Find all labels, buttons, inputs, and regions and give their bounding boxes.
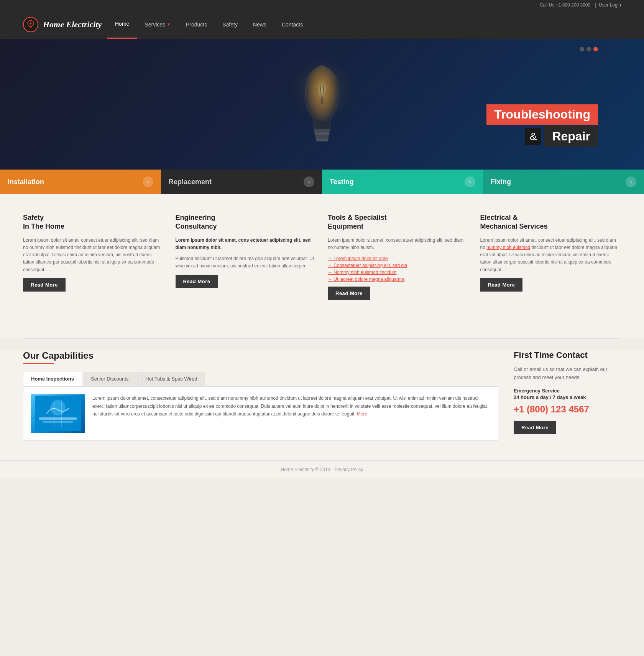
footer: Home Electricity © 2013 Privacy Policy: [0, 460, 644, 478]
svg-rect-1: [30, 26, 32, 27]
feature-link-1[interactable]: Lorem ipsum dolor sit ame: [328, 256, 469, 261]
service-tab-testing[interactable]: Testing ›: [322, 170, 483, 194]
capabilities-image: [31, 394, 85, 433]
nav-item-contacts[interactable]: Contacts: [274, 10, 310, 39]
hero-amp: &: [525, 128, 542, 145]
feature-tools-text: Lorem ipsum dolor sit amet, consect etue…: [328, 237, 469, 251]
capabilities-text: Lorem ipsum dolor sit amet, consectetuer…: [92, 394, 490, 433]
svg-rect-8: [314, 129, 330, 132]
feature-safety: SafetyIn The Home Lorem ipsum dolor sit …: [23, 209, 164, 304]
hero-section: Troubleshooting & Repair: [0, 39, 644, 170]
privacy-policy-link[interactable]: Privacy Policy: [335, 467, 363, 472]
svg-rect-10: [315, 135, 329, 139]
service-tab-installation[interactable]: Installation ›: [0, 170, 161, 194]
feature-link-4[interactable]: Ut laoreet dolore magna aliquamra: [328, 277, 469, 282]
feature-engineering-bold: Lorem ipsum dolor sit amet, cons ectetue…: [176, 237, 317, 251]
nav-item-services[interactable]: Services ▼: [137, 10, 178, 39]
svg-rect-15: [43, 421, 73, 423]
nav-item-products[interactable]: Products: [178, 10, 215, 39]
nav-item-home[interactable]: Home: [107, 10, 137, 39]
user-login-link[interactable]: User Login: [599, 2, 621, 8]
capabilities-section: Our Capabilities Home Inspections Senior…: [23, 350, 498, 441]
contact-heading: First Time Contact: [514, 350, 621, 360]
capabilities-underline: [23, 363, 54, 364]
features-grid: SafetyIn The Home Lorem ipsum dolor sit …: [23, 209, 621, 304]
svg-rect-9: [315, 132, 330, 136]
logo-icon: [23, 17, 38, 32]
cap-tab-senior-discounts[interactable]: Senior Discounts: [83, 372, 136, 386]
feature-engineering-title: EngineeringConsultancy: [176, 213, 317, 231]
svg-rect-11: [316, 139, 328, 141]
service-tab-fixing[interactable]: Fixing ›: [483, 170, 644, 194]
contact-section: First Time Contact Call or email us so t…: [514, 350, 621, 441]
hero-dots: [580, 47, 598, 51]
read-more-safety[interactable]: Read More: [23, 278, 66, 292]
main-content: SafetyIn The Home Lorem ipsum dolor sit …: [0, 194, 644, 338]
feature-tools-title: Tools & SpecialistEquipment: [328, 213, 469, 231]
hero-dot-3[interactable]: [593, 47, 598, 51]
separator: |: [595, 2, 596, 8]
feature-electrical-title: Electrical &Mechanical Services: [480, 213, 621, 231]
section-divider: [23, 338, 621, 339]
capabilities-tabs: Home Inspections Senior Discounts Hot Tu…: [23, 372, 498, 387]
logo-area: Home Electricity: [23, 17, 107, 32]
contact-description: Call or email us so that we can explain …: [514, 366, 621, 382]
feature-electrical: Electrical &Mechanical Services Lorem ip…: [480, 209, 621, 304]
call-text: Call Us +1 800 200 3000: [540, 2, 590, 8]
electrical-inline-link[interactable]: nummy nibh euismod: [486, 245, 530, 250]
read-more-electrical[interactable]: Read More: [480, 278, 523, 292]
cap-more-link[interactable]: More: [357, 411, 367, 417]
hero-title-troubleshooting: Troubleshooting: [486, 104, 598, 125]
top-bar: Call Us +1 800 200 3000 | User Login: [0, 0, 644, 10]
capabilities-content: Lorem ipsum dolor sit amet, consectetuer…: [23, 387, 498, 441]
feature-tools-links: Lorem ipsum dolor sit ame Consectetuer a…: [328, 256, 469, 282]
nav-item-news[interactable]: News: [245, 10, 274, 39]
svg-rect-14: [39, 417, 77, 420]
svg-point-13: [50, 400, 66, 415]
svg-rect-2: [30, 27, 31, 28]
read-more-tools[interactable]: Read More: [328, 287, 370, 300]
read-more-contact[interactable]: Read More: [514, 421, 556, 434]
contact-service-label: Emergency Service: [514, 388, 621, 394]
replacement-tab-arrow: ›: [304, 176, 314, 187]
hero-dot-1[interactable]: [580, 47, 584, 51]
hero-dot-2[interactable]: [586, 47, 591, 51]
header: Home Electricity Home Services ▼ Product…: [0, 10, 644, 39]
feature-electrical-text: Lorem ipsum dolor sit amet, consect etue…: [480, 237, 621, 274]
main-nav: Home Services ▼ Products Safety News Con…: [107, 10, 621, 39]
contact-hours: 24 hours a day / 7 days a week: [514, 394, 621, 400]
feature-tools: Tools & SpecialistEquipment Lorem ipsum …: [328, 209, 469, 304]
feature-engineering-subtext: Euismod tincidunt ut laoreet dolore ma g…: [176, 255, 317, 270]
hero-bulb-image: [280, 47, 364, 162]
feature-safety-text: Lorem ipsum dolor sit amet, consect etue…: [23, 237, 164, 274]
feature-engineering: EngineeringConsultancy Lorem ipsum dolor…: [176, 209, 317, 304]
hero-content: Troubleshooting & Repair: [486, 104, 598, 147]
logo-text: Home Electricity: [43, 20, 102, 30]
hero-title-repair-line: & Repair: [486, 126, 598, 147]
feature-safety-title: SafetyIn The Home: [23, 213, 164, 231]
contact-phone: +1 (800) 123 4567: [514, 404, 621, 415]
fixing-tab-arrow: ›: [626, 176, 636, 187]
testing-tab-arrow: ›: [465, 176, 475, 187]
feature-link-2[interactable]: Consectetuer adipiscing elit, sed dia: [328, 263, 469, 268]
service-tabs: Installation › Replacement › Testing › F…: [0, 170, 644, 194]
capabilities-heading: Our Capabilities: [23, 350, 498, 361]
services-dropdown-arrow: ▼: [167, 22, 171, 26]
service-tab-replacement[interactable]: Replacement ›: [161, 170, 322, 194]
hero-title-repair: Repair: [544, 126, 598, 147]
cap-tab-hot-tubs[interactable]: Hot Tubs & Spas Wired: [137, 372, 205, 386]
bottom-section: Our Capabilities Home Inspections Senior…: [0, 350, 644, 460]
nav-item-safety[interactable]: Safety: [215, 10, 245, 39]
cap-tab-home-inspections[interactable]: Home Inspections: [23, 372, 82, 386]
footer-text: Home Electricity © 2013: [281, 467, 330, 472]
feature-link-3[interactable]: Nommy nibh euismod tincidunt: [328, 270, 469, 275]
installation-tab-arrow: ›: [143, 176, 153, 187]
read-more-engineering[interactable]: Read More: [176, 275, 218, 288]
